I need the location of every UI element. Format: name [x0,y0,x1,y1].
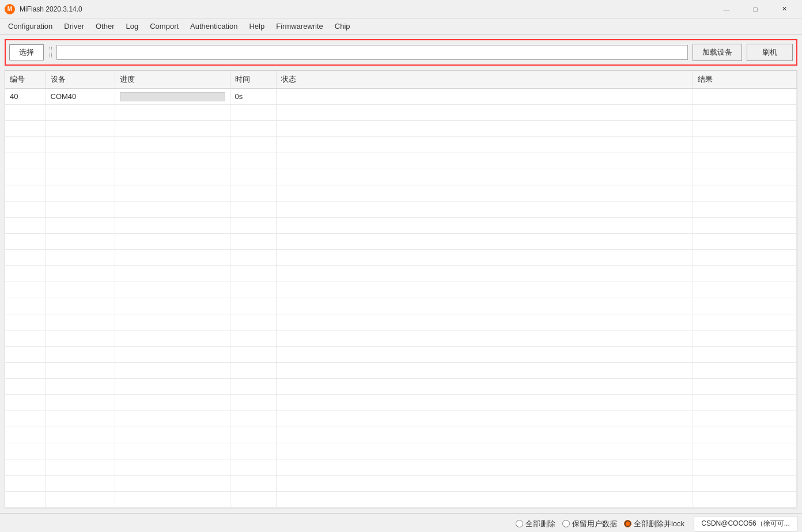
col-header-number: 编号 [5,71,46,89]
menu-comport[interactable]: Comport [144,20,184,33]
radio-delete-all[interactable]: 全部删除 [516,519,555,529]
menu-help[interactable]: Help [243,20,270,33]
radio-delete-all-label: 全部删除 [525,519,555,529]
minimize-button[interactable]: — [713,0,740,18]
main-content: 选择 加载设备 刷机 编号 设备 进度 时间 状态 结果 40 [0,35,802,513]
close-button[interactable]: ✕ [771,0,797,18]
table-row [5,282,797,298]
cell-number: 40 [5,89,46,105]
radio-keep-user-data[interactable]: 保留用户数据 [562,519,617,529]
table-row [5,492,797,508]
table-row [5,443,797,459]
flash-button[interactable]: 刷机 [747,44,793,61]
table-row [5,411,797,427]
table-row [5,347,797,363]
table-row [5,202,797,218]
table-row [5,137,797,153]
table-row [5,266,797,282]
table-row [5,298,797,314]
table-row [5,476,797,492]
app-icon: M [5,4,15,14]
col-header-result: 结果 [693,71,797,89]
table-row [5,185,797,202]
toolbar-row: 选择 加载设备 刷机 [5,39,797,66]
table-row [5,395,797,411]
user-info-box: CSDN@COCO56（徐可可... [694,516,797,531]
radio-delete-all-lock-label: 全部删除并lock [634,519,684,529]
title-bar: M MiFlash 2020.3.14.0 — □ ✕ [0,0,802,18]
menu-other[interactable]: Other [90,20,120,33]
table-row [5,314,797,330]
col-header-device: 设备 [46,71,115,89]
progress-bar-container [120,92,225,101]
menu-chip[interactable]: Chip [329,20,356,33]
title-bar-left: M MiFlash 2020.3.14.0 [5,4,82,14]
table-row [5,250,797,266]
table-row [5,105,797,121]
table-row [5,459,797,476]
flash-mode-radio-group: 全部删除 保留用户数据 全部删除并lock [516,519,684,529]
window-controls: — □ ✕ [713,0,797,18]
table-row [5,330,797,347]
cell-device: COM40 [46,89,115,105]
radio-keep-user-data-label: 保留用户数据 [572,519,617,529]
menu-log[interactable]: Log [120,20,145,33]
cell-result [693,89,797,105]
status-bar: 全部删除 保留用户数据 全部删除并lock CSDN@COCO56（徐可可... [0,513,802,532]
cell-status [276,89,693,105]
cell-time: 0s [230,89,276,105]
table-row [5,218,797,234]
radio-delete-all-lock[interactable]: 全部删除并lock [624,519,684,529]
select-button[interactable]: 选择 [9,44,44,60]
table-row [5,379,797,395]
table-row [5,363,797,379]
table-container: 编号 设备 进度 时间 状态 结果 40 COM40 [5,70,797,508]
table-row: 40 COM40 0s [5,89,797,105]
radio-delete-all-input[interactable] [516,520,523,527]
col-header-time: 时间 [230,71,276,89]
table-row [5,234,797,250]
table-row [5,169,797,185]
maximize-button[interactable]: □ [742,0,769,18]
table-row [5,121,797,137]
app-title: MiFlash 2020.3.14.0 [20,5,82,13]
load-device-button[interactable]: 加载设备 [693,44,742,61]
cell-progress [115,89,230,105]
menu-firmwarewrite[interactable]: Firmwarewrite [270,20,329,33]
menu-driver[interactable]: Driver [58,20,90,33]
radio-keep-user-data-input[interactable] [562,520,570,527]
table-row [5,427,797,443]
path-input[interactable] [56,45,688,60]
resize-handle [50,47,52,58]
menu-bar: Configuration Driver Other Log Comport A… [0,18,802,35]
menu-configuration[interactable]: Configuration [2,20,58,33]
radio-delete-all-lock-input[interactable] [624,520,631,527]
device-table: 编号 设备 进度 时间 状态 结果 40 COM40 [5,71,797,508]
table-row [5,153,797,169]
table-header-row: 编号 设备 进度 时间 状态 结果 [5,71,797,89]
menu-authentication[interactable]: Authentication [184,20,243,33]
col-header-status: 状态 [276,71,693,89]
col-header-progress: 进度 [115,71,230,89]
